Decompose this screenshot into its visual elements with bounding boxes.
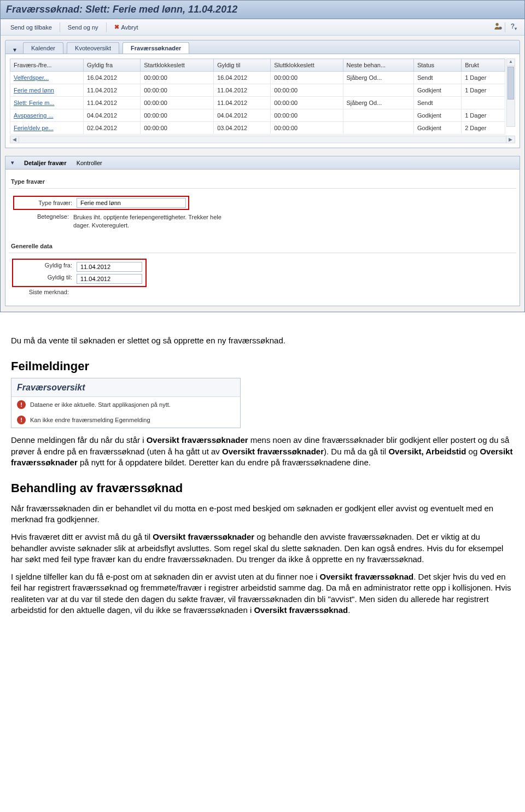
cell-start: 00:00:00 xyxy=(141,84,214,97)
error-box: Fraværsoversikt ! Dataene er ikke aktuel… xyxy=(11,378,241,429)
cell-end: 00:00:00 xyxy=(271,122,343,135)
cell-type[interactable]: Slett: Ferie m... xyxy=(10,97,84,109)
cell-from: 16.04.2012 xyxy=(84,72,141,84)
details-header: ▾ Detaljer fravær Kontroller xyxy=(5,156,520,170)
cell-used: 1 Dager xyxy=(462,109,505,122)
type-fravaer-field[interactable]: Ferie med lønn xyxy=(77,198,186,208)
cell-next: Sjåberg Od... xyxy=(343,72,413,84)
cell-next xyxy=(343,122,413,135)
send-back-label: Send og tilbake xyxy=(10,24,52,31)
cancel-label: Avbryt xyxy=(121,24,138,31)
cell-type[interactable]: Ferie/delv pe... xyxy=(10,122,84,135)
cell-start: 00:00:00 xyxy=(141,122,214,135)
table-row[interactable]: Ferie/delv pe...02.04.201200:00:0003.04.… xyxy=(10,122,505,135)
cell-status: Godkjent xyxy=(413,122,461,135)
chevron-down-icon[interactable]: ▾ xyxy=(10,46,20,54)
tab-kalender[interactable]: Kalender xyxy=(23,42,63,54)
group-generelle-data: Generelle data xyxy=(9,239,516,253)
requests-table: Fraværs-/fre... Gyldig fra Startklokkesl… xyxy=(10,59,505,135)
error-text: Kan ikke endre fraværsmelding Egenmeldin… xyxy=(30,416,150,424)
col-start[interactable]: Startklokkeslett xyxy=(141,59,214,72)
vertical-scrollbar[interactable]: ▲ xyxy=(506,59,515,127)
paragraph: Hvis fraværet ditt er avvist må du gå ti… xyxy=(11,531,514,565)
divider xyxy=(106,22,107,32)
cell-next xyxy=(343,109,413,122)
grid-panel: Fraværs-/fre... Gyldig fra Startklokkesl… xyxy=(5,54,520,148)
cell-start: 00:00:00 xyxy=(141,109,214,122)
error-message: ! Dataene er ikke aktuelle. Start applik… xyxy=(11,397,240,412)
cell-used: 2 Dager xyxy=(462,122,505,135)
col-to[interactable]: Gyldig til xyxy=(214,59,271,72)
table-row[interactable]: Ferie med lønn11.04.201200:00:0011.04.20… xyxy=(10,84,505,97)
help-icon[interactable]: ?▾ xyxy=(508,22,520,31)
cell-start: 00:00:00 xyxy=(141,97,214,109)
details-body: Type fravær Type fravær: Ferie med lønn … xyxy=(5,170,520,306)
paragraph: I sjeldne tilfeller kan du få e-post om … xyxy=(11,571,514,616)
table-row[interactable]: Slett: Ferie m...11.04.201200:00:0011.04… xyxy=(10,97,505,109)
heading-feilmeldinger: Feilmeldinger xyxy=(11,358,514,375)
cell-type[interactable]: Velferdsper... xyxy=(10,72,84,84)
svg-point-0 xyxy=(495,23,498,26)
tab-fravaerssoknader[interactable]: Fraværssøknader xyxy=(122,42,189,54)
scroll-right-icon[interactable]: ▶ xyxy=(506,136,515,143)
cell-type[interactable]: Ferie med lønn xyxy=(10,84,84,97)
col-from[interactable]: Gyldig fra xyxy=(84,59,141,72)
error-icon: ! xyxy=(17,400,26,409)
cell-from: 04.04.2012 xyxy=(84,109,141,122)
cell-status: Godkjent xyxy=(413,84,461,97)
label-type-fravaer: Type fravær: xyxy=(16,200,77,206)
col-used[interactable]: Brukt xyxy=(462,59,505,72)
gyldig-fra-field[interactable]: 11.04.2012 xyxy=(77,262,142,272)
send-back-button[interactable]: Send og tilbake xyxy=(5,22,57,33)
divider xyxy=(505,22,505,32)
cell-from: 02.04.2012 xyxy=(84,122,141,135)
cancel-button[interactable]: ✖ Avbryt xyxy=(109,21,144,33)
document-body: Du må da vente til søknaden er slettet o… xyxy=(0,323,525,639)
cell-to: 04.04.2012 xyxy=(214,109,271,122)
cell-to: 16.04.2012 xyxy=(214,72,271,84)
error-box-title: Fraværsoversikt xyxy=(11,378,240,398)
table-row[interactable]: Avspasering ...04.04.201200:00:0004.04.2… xyxy=(10,109,505,122)
tabstrip: ▾ Kalender Kvoteoversikt Fraværssøknader xyxy=(5,40,520,54)
cell-to: 03.04.2012 xyxy=(214,122,271,135)
cell-from: 11.04.2012 xyxy=(84,84,141,97)
error-icon: ! xyxy=(17,416,26,424)
error-text: Dataene er ikke aktuelle. Start applikas… xyxy=(30,401,171,409)
application-window: Fraværssøknad: Slett: Ferie med lønn, 11… xyxy=(0,0,525,312)
betegnelse-value: Brukes iht. opptjente feriepengerettighe… xyxy=(73,213,237,230)
main-toolbar: Send og tilbake Send og ny ✖ Avbryt ?▾ xyxy=(1,19,524,36)
error-message: ! Kan ikke endre fraværsmelding Egenmeld… xyxy=(11,412,240,428)
label-gyldig-til: Gyldig til: xyxy=(16,274,77,281)
horizontal-scrollbar[interactable]: ◀ ▶ xyxy=(10,136,515,143)
scroll-left-icon[interactable]: ◀ xyxy=(10,136,19,143)
col-next[interactable]: Neste behan... xyxy=(343,59,413,72)
col-type[interactable]: Fraværs-/fre... xyxy=(10,59,84,72)
cell-status: Sendt xyxy=(413,72,461,84)
col-end[interactable]: Sluttklokkeslett xyxy=(271,59,343,72)
gyldig-til-field[interactable]: 11.04.2012 xyxy=(77,274,142,284)
scroll-up-icon[interactable]: ▲ xyxy=(507,59,515,66)
cell-next xyxy=(343,84,413,97)
cell-end: 00:00:00 xyxy=(271,72,343,84)
tab-kvoteoversikt[interactable]: Kvoteoversikt xyxy=(67,42,119,54)
chevron-down-icon[interactable]: ▾ xyxy=(11,159,14,166)
divider xyxy=(60,22,60,32)
svg-point-1 xyxy=(499,27,501,30)
content-area: ▾ Kalender Kvoteoversikt Fraværssøknader… xyxy=(1,36,524,312)
cell-status: Godkjent xyxy=(413,109,461,122)
person-config-icon[interactable] xyxy=(494,22,503,32)
cell-end: 00:00:00 xyxy=(271,84,343,97)
table-row[interactable]: Velferdsper...16.04.201200:00:0016.04.20… xyxy=(10,72,505,84)
cell-type[interactable]: Avspasering ... xyxy=(10,109,84,122)
label-gyldig-fra: Gyldig fra: xyxy=(16,262,77,268)
col-status[interactable]: Status xyxy=(413,59,461,72)
kontroller-button[interactable]: Kontroller xyxy=(77,160,102,166)
send-new-label: Send og ny xyxy=(68,24,98,31)
details-title: Detaljer fravær xyxy=(24,160,67,166)
paragraph: Denne meldingen får du når du står i Ove… xyxy=(11,435,514,468)
cell-used xyxy=(462,97,505,109)
cell-used: 1 Dager xyxy=(462,84,505,97)
cell-next: Sjåberg Od... xyxy=(343,97,413,109)
scroll-thumb[interactable] xyxy=(508,67,514,100)
send-new-button[interactable]: Send og ny xyxy=(62,22,104,33)
